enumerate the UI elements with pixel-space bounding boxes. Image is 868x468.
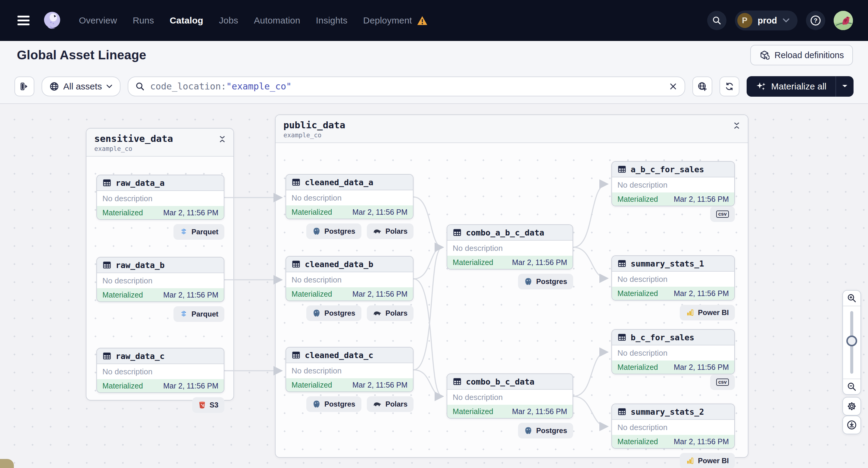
- tag-polars[interactable]: Polars: [367, 305, 413, 321]
- asset-tags: S3: [96, 397, 224, 413]
- tag-postgres[interactable]: Postgres: [306, 223, 362, 239]
- group-header: sensitive_data example_co: [87, 129, 234, 157]
- materialize-all-button[interactable]: Materialize all: [747, 76, 854, 97]
- tag-csv[interactable]: csv: [710, 374, 735, 390]
- asset-node-cleaned-data-b[interactable]: cleaned_data_b No description Materializ…: [285, 256, 413, 301]
- postgres-icon: [524, 427, 532, 435]
- asset-name: cleaned_data_a: [305, 178, 373, 187]
- tag-postgres[interactable]: Postgres: [518, 423, 573, 438]
- toggle-sidebar-button[interactable]: [14, 76, 34, 96]
- dagster-logo-icon[interactable]: [42, 10, 62, 30]
- tag-postgres[interactable]: Postgres: [306, 305, 362, 321]
- refresh-button[interactable]: [719, 76, 739, 96]
- tag-parquet[interactable]: Parquet: [174, 224, 224, 240]
- tag-s3[interactable]: S3: [192, 397, 224, 413]
- nav-item-insights[interactable]: Insights: [316, 15, 347, 26]
- zoom-in-button[interactable]: [843, 291, 861, 306]
- materialize-options-caret[interactable]: [835, 76, 854, 97]
- asset-node-raw-data-c[interactable]: raw_data_c No description Materialized M…: [96, 348, 224, 393]
- table-icon: [102, 178, 112, 187]
- chevron-down-icon: [841, 84, 848, 89]
- tag-parquet[interactable]: Parquet: [174, 306, 224, 322]
- search-icon: [135, 82, 145, 91]
- nav-item-automation[interactable]: Automation: [254, 15, 300, 26]
- minimap-corner[interactable]: [0, 459, 14, 468]
- nav-item-overview[interactable]: Overview: [79, 15, 117, 26]
- asset-node-summary-stats-2[interactable]: summary_stats_2 No description Materiali…: [611, 404, 735, 449]
- fit-graph-button[interactable]: [692, 76, 712, 96]
- zoom-slider-thumb[interactable]: [846, 336, 857, 346]
- table-icon: [453, 228, 462, 237]
- materialization-timestamp: Mar 2, 11:56 PM: [512, 407, 567, 416]
- materialization-timestamp: Mar 2, 11:56 PM: [674, 289, 729, 298]
- group-code-location: example_co: [283, 132, 345, 139]
- materialization-timestamp: Mar 2, 11:56 PM: [512, 258, 567, 267]
- nav-item-jobs[interactable]: Jobs: [219, 15, 238, 26]
- asset-node-combo-a-b-c-data[interactable]: combo_a_b_c_data No description Material…: [447, 224, 573, 270]
- deployment-switcher[interactable]: P prod: [735, 10, 798, 30]
- tag-csv[interactable]: csv: [710, 206, 735, 222]
- nav-item-runs[interactable]: Runs: [133, 15, 154, 26]
- collapse-group-icon[interactable]: [219, 133, 225, 143]
- asset-node-a-b-c-for-sales[interactable]: a_b_c_for_sales No description Materiali…: [611, 161, 735, 206]
- reload-definitions-button[interactable]: Reload definitions: [750, 45, 853, 65]
- asset-tags: Postgres: [447, 423, 573, 438]
- zoom-controls: [842, 290, 861, 395]
- asset-description: No description: [97, 364, 224, 379]
- asset-tags: Power BI: [611, 453, 735, 468]
- globe-icon: [50, 82, 59, 91]
- deployment-initial-badge: P: [737, 13, 752, 28]
- nav-item-catalog[interactable]: Catalog: [169, 15, 203, 26]
- s3-icon: [198, 401, 206, 409]
- page-header: Global Asset Lineage Reload definitions: [0, 41, 868, 69]
- asset-scope-dropdown[interactable]: All assets: [41, 76, 121, 96]
- clear-search-icon[interactable]: [669, 82, 677, 91]
- collapse-group-icon[interactable]: [733, 119, 740, 129]
- tag-postgres[interactable]: Postgres: [306, 396, 362, 412]
- asset-tags: Postgres Polars: [285, 223, 413, 239]
- asset-node-header: cleaned_data_c: [286, 347, 413, 363]
- asset-node-header: summary_stats_2: [612, 404, 734, 420]
- tag-polars[interactable]: Polars: [367, 396, 413, 412]
- zoom-out-button[interactable]: [843, 379, 861, 394]
- asset-tags: Parquet: [96, 306, 224, 322]
- menu-icon[interactable]: [18, 15, 30, 25]
- download-graph-button[interactable]: [842, 415, 861, 434]
- tag-power-bi[interactable]: Power BI: [680, 453, 735, 468]
- reload-cube-icon: [759, 50, 770, 60]
- tag-power-bi[interactable]: Power BI: [680, 305, 735, 320]
- lineage-canvas[interactable]: sensitive_data example_co public_data ex…: [0, 104, 868, 468]
- status-badge: Materialized: [453, 258, 493, 267]
- asset-node-combo-b-c-data[interactable]: combo_b_c_data No description Materializ…: [447, 373, 573, 418]
- asset-node-summary-stats-1[interactable]: summary_stats_1 No description Materiali…: [611, 255, 735, 301]
- asset-node-cleaned-data-a[interactable]: cleaned_data_a No description Materializ…: [285, 174, 413, 219]
- postgres-icon: [524, 277, 532, 286]
- asset-name: combo_b_c_data: [466, 377, 535, 386]
- zoom-slider[interactable]: [843, 306, 861, 379]
- asset-node-raw-data-a[interactable]: raw_data_a No description Materialized M…: [96, 175, 224, 220]
- tag-postgres[interactable]: Postgres: [518, 274, 573, 289]
- asset-node-b-c-for-sales[interactable]: b_c_for_sales No description Materialize…: [611, 329, 735, 374]
- tag-polars[interactable]: Polars: [367, 223, 413, 239]
- asset-description: No description: [612, 345, 734, 361]
- asset-node-header: combo_b_c_data: [447, 374, 572, 390]
- asset-node-cleaned-data-c[interactable]: cleaned_data_c No description Materializ…: [285, 347, 413, 392]
- asset-node-raw-data-b[interactable]: raw_data_b No description Materialized M…: [96, 257, 224, 302]
- csv-icon: csv: [716, 211, 729, 218]
- user-avatar[interactable]: [834, 11, 853, 30]
- help-icon[interactable]: ?: [806, 11, 825, 30]
- refresh-icon: [725, 82, 734, 91]
- asset-node-header: cleaned_data_a: [286, 175, 413, 190]
- asset-search-input[interactable]: code_location:"example_co": [128, 76, 685, 96]
- status-badge: Materialized: [102, 381, 143, 390]
- status-badge: Materialized: [617, 437, 658, 446]
- primary-nav-links: Overview Runs Catalog Jobs Automation In…: [79, 15, 428, 26]
- status-badge: Materialized: [617, 363, 658, 372]
- asset-status-row: Materialized Mar 2, 11:56 PM: [612, 287, 734, 300]
- chevron-down-icon: [106, 84, 113, 89]
- asset-description: No description: [612, 420, 734, 435]
- graph-settings-button[interactable]: [842, 397, 861, 415]
- search-icon[interactable]: [707, 11, 726, 30]
- nav-item-deployment[interactable]: Deployment: [363, 15, 428, 26]
- asset-node-header: raw_data_b: [97, 257, 224, 273]
